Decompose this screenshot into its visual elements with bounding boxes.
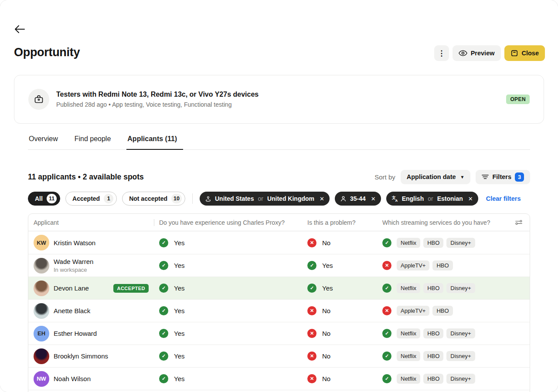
status-filter-label: Not accepted [129, 195, 167, 202]
service-tag-netflix: Netflix [397, 283, 420, 293]
check-circle-icon: ✓ [159, 351, 168, 361]
check-circle-icon: ✓ [382, 284, 391, 293]
back-arrow-icon [14, 24, 25, 35]
filter-chip-text: or [258, 195, 263, 202]
column-settings-icon[interactable] [515, 219, 530, 226]
tabs: OverviewFind peopleApplicants (11) [28, 132, 530, 150]
filter-chips-row: All11Accepted1Not accepted10United State… [28, 192, 530, 206]
avatar: KW [34, 235, 49, 250]
header-actions: ⋮ Preview Close [434, 45, 545, 61]
tab-applicants-11[interactable]: Applicants (11) [126, 132, 183, 150]
service-tag-appletv: AppleTV+ [397, 306, 429, 316]
kebab-menu-icon: ⋮ [438, 49, 445, 58]
applicant-name: Brooklyn Simmons [54, 352, 108, 360]
filter-chip-text: 35-44 [350, 195, 366, 202]
answer-text: No [322, 352, 330, 360]
applicant-name: Anette Black [54, 307, 90, 314]
check-circle-icon: ✓ [159, 261, 168, 270]
service-tag-disney: Disney+ [446, 238, 475, 248]
column-header-q3-label: Which streaming services do you have? [382, 219, 490, 226]
table-row[interactable]: Wade Warren In workspace ✓ Yes ✓ Yes ✕ A… [28, 254, 530, 277]
status-filter-label: All [35, 195, 43, 202]
clear-filters-link[interactable]: Clear filters [486, 195, 521, 202]
avatar: NW [34, 371, 49, 387]
opportunity-meta: Published 28d ago • App testing, Voice t… [56, 101, 259, 108]
service-tag-disney: Disney+ [446, 328, 475, 338]
table-row[interactable]: Anette Black ✓ Yes ✕ No ✕ AppleTV+HBO [28, 299, 530, 322]
check-circle-icon: ✓ [159, 238, 168, 247]
filters-button[interactable]: Filters 3 [476, 170, 530, 184]
tab-find-people[interactable]: Find people [74, 132, 112, 150]
more-options-button[interactable]: ⋮ [434, 45, 449, 61]
table-row[interactable]: Brooklyn Simmons ✓ Yes ✕ No ✓ NetflixHBO… [28, 345, 530, 367]
answer-text: Yes [174, 262, 184, 269]
answer-text: Yes [174, 352, 184, 360]
status-filter-not-accepted[interactable]: Not accepted10 [122, 192, 185, 206]
table-row[interactable]: Devon Lane ACCEPTED ✓ Yes ✓ Yes ✓ Netfli… [28, 277, 530, 299]
service-tags: NetflixHBODisney+ [397, 351, 475, 361]
applicant-name: Esther Howard [54, 330, 97, 337]
sort-by-label: Sort by [374, 173, 395, 181]
status-filter-count: 10 [171, 194, 182, 203]
check-circle-icon: ✓ [307, 284, 316, 293]
table-row[interactable]: EH Esther Howard ✓ Yes ✕ No ✓ NetflixHBO… [28, 322, 530, 345]
avatar [34, 303, 49, 319]
answer-text: No [322, 375, 330, 382]
check-circle-icon: ✓ [159, 374, 168, 383]
applicant-name: Noah Wilson [54, 375, 91, 382]
service-tags: AppleTV+HBO [397, 306, 453, 316]
status-badge: OPEN [506, 95, 530, 104]
sort-dropdown[interactable]: Application date ▼ [401, 170, 471, 184]
check-circle-icon: ✓ [382, 351, 391, 361]
answer-text: Yes [322, 262, 333, 269]
opportunity-card: Testers with Redmi Note 13, Redmi 13c, o… [14, 75, 544, 124]
close-opportunity-button[interactable]: Close [504, 45, 545, 61]
service-tag-hbo: HBO [423, 374, 443, 384]
table-row[interactable]: KW Kristin Watson ✓ Yes ✕ No ✓ NetflixHB… [28, 231, 530, 254]
service-tags: NetflixHBODisney+ [397, 283, 475, 293]
column-header-q2: Is this a problem? [302, 219, 377, 226]
eye-icon [459, 50, 467, 57]
table-header: Applicant Do you have experience using C… [28, 214, 530, 231]
applicant-name: Devon Lane [54, 284, 89, 292]
filter-chip-text: Estonian [437, 195, 463, 202]
status-filter-accepted[interactable]: Accepted1 [65, 192, 117, 206]
answer-text: No [322, 239, 330, 247]
service-tag-disney: Disney+ [446, 374, 475, 384]
remove-filter-icon[interactable]: ✕ [371, 196, 376, 202]
preview-button[interactable]: Preview [453, 45, 501, 61]
remove-filter-icon[interactable]: ✕ [468, 196, 473, 202]
svg-text:A: A [395, 198, 398, 202]
remove-filter-icon[interactable]: ✕ [320, 196, 324, 202]
column-header-applicant: Applicant [28, 219, 154, 226]
answer-text: Yes [322, 284, 333, 292]
status-filter-all[interactable]: All11 [28, 192, 60, 206]
tab-overview[interactable]: Overview [28, 132, 59, 150]
filter-chip-united-states-or-united-kingdom[interactable]: United StatesorUnited Kingdom✕ [200, 192, 330, 206]
applicant-name: Wade Warren [54, 258, 93, 265]
check-circle-icon: ✓ [159, 306, 168, 315]
avatar: EH [34, 326, 49, 341]
back-button[interactable] [14, 24, 26, 36]
service-tags: NetflixHBODisney+ [397, 238, 475, 248]
filter-chip-english-or-estonian[interactable]: 文AEnglishorEstonian✕ [386, 192, 478, 206]
check-circle-icon: ✓ [382, 238, 391, 247]
table-row-partial [28, 390, 530, 392]
filter-lines-icon [482, 174, 489, 180]
opportunity-title: Testers with Redmi Note 13, Redmi 13c, o… [56, 91, 259, 98]
filter-chip-text: United Kingdom [267, 195, 314, 202]
answer-text: Yes [174, 375, 184, 382]
answer-text: Yes [174, 284, 184, 292]
table-row[interactable]: NW Noah Wilson ✓ Yes ✕ No ✓ NetflixHBODi… [28, 367, 530, 390]
opportunity-page: Opportunity ⋮ Preview Close Testers with… [0, 0, 558, 392]
service-tag-netflix: Netflix [397, 238, 420, 248]
service-tag-hbo: HBO [423, 351, 443, 361]
filter-chip-35-44[interactable]: 35-44✕ [335, 192, 381, 206]
filter-chip-text: English [402, 195, 424, 202]
person-icon [340, 196, 347, 202]
cross-circle-icon: ✕ [307, 374, 316, 383]
answer-text: No [322, 330, 330, 337]
cross-circle-icon: ✕ [307, 351, 316, 361]
service-tag-disney: Disney+ [446, 351, 475, 361]
avatar [34, 258, 49, 274]
